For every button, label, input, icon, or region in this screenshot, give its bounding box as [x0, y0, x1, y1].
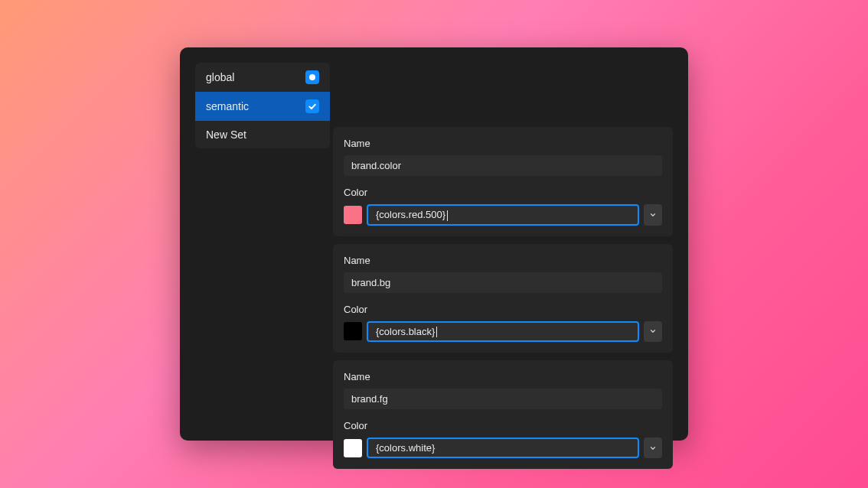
token-set-sidebar: global semantic New Set: [195, 63, 330, 148]
chevron-down-icon: [649, 444, 657, 452]
token-name-input[interactable]: [344, 155, 662, 176]
name-label: Name: [344, 138, 662, 149]
color-value-input[interactable]: {colors.black}: [367, 321, 639, 343]
token-card: Name Color {colors.white}: [333, 360, 673, 469]
chevron-down-icon: [649, 327, 657, 335]
sidebar-item-label: global: [206, 71, 234, 83]
token-editor-panel: global semantic New Set Name Color {colo…: [180, 47, 688, 441]
color-swatch[interactable]: [344, 439, 362, 457]
color-label: Color: [344, 187, 662, 198]
color-dropdown-button[interactable]: [644, 438, 662, 458]
color-value-input[interactable]: {colors.red.500}: [367, 204, 639, 226]
token-name-input[interactable]: [344, 389, 662, 409]
text-cursor: [447, 210, 448, 221]
checked-status-badge[interactable]: [305, 99, 319, 113]
color-label: Color: [344, 304, 662, 315]
dot-icon: [309, 74, 315, 80]
token-card: Name Color {colors.black}: [333, 244, 673, 353]
chevron-down-icon: [649, 211, 657, 219]
sidebar-item-new-set[interactable]: New Set: [195, 121, 330, 148]
color-dropdown-button[interactable]: [644, 204, 662, 226]
sidebar-item-label: semantic: [206, 100, 249, 112]
sidebar-item-label: New Set: [206, 129, 246, 141]
sidebar-item-global[interactable]: global: [195, 63, 330, 92]
sidebar-item-semantic[interactable]: semantic: [195, 92, 330, 121]
color-label: Color: [344, 420, 662, 431]
color-swatch[interactable]: [344, 322, 362, 340]
name-label: Name: [344, 255, 662, 266]
token-list: Name Color {colors.red.500} Name Color {…: [330, 63, 673, 425]
color-dropdown-button[interactable]: [644, 321, 662, 343]
check-icon: [308, 102, 317, 111]
token-name-input[interactable]: [344, 272, 662, 293]
token-card: Name Color {colors.red.500}: [333, 127, 673, 236]
color-swatch[interactable]: [344, 206, 362, 224]
color-value-input[interactable]: {colors.white}: [367, 438, 639, 458]
partial-status-badge[interactable]: [305, 70, 319, 84]
name-label: Name: [344, 371, 662, 382]
text-cursor: [436, 327, 437, 337]
